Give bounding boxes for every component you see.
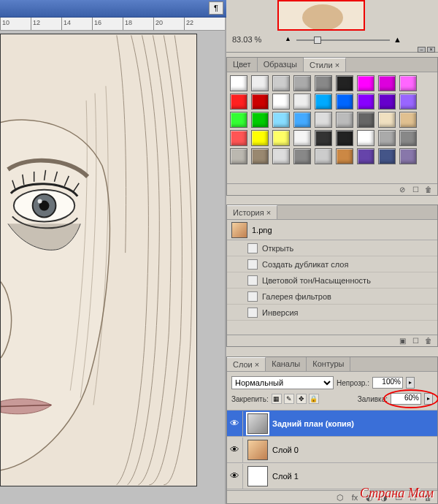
style-swatch[interactable] (230, 148, 247, 164)
opacity-input[interactable]: 100% (372, 377, 403, 389)
style-swatch[interactable] (315, 112, 332, 128)
style-swatch[interactable] (272, 93, 290, 110)
zoom-in-icon[interactable]: ▲ (393, 35, 402, 44)
layer-name[interactable]: Слой 0 (272, 446, 299, 454)
style-swatch[interactable] (399, 93, 417, 110)
style-swatch[interactable] (251, 148, 269, 164)
style-swatch[interactable] (251, 130, 269, 146)
tab-swatches[interactable]: Образцы (258, 58, 304, 72)
new-style-icon[interactable]: ☐ (411, 186, 420, 194)
history-item[interactable]: Цветовой тон/Насыщенность (227, 272, 437, 289)
style-swatch[interactable] (251, 112, 269, 128)
style-swatch[interactable] (336, 112, 353, 128)
tab-paths[interactable]: Контуры (307, 357, 350, 371)
history-item[interactable]: Инверсия (227, 305, 437, 321)
layer-fx-icon[interactable]: fx (350, 492, 360, 503)
zoom-slider[interactable]: ▲ ▲ (285, 35, 402, 45)
tab-channels[interactable]: Каналы (266, 357, 307, 371)
style-swatch[interactable] (399, 148, 417, 164)
tab-history[interactable]: История × (227, 205, 277, 219)
style-swatch[interactable] (293, 130, 311, 146)
layer-thumbnail[interactable] (247, 440, 268, 460)
layer-row[interactable]: 👁Слой 0 (227, 437, 437, 463)
style-swatch[interactable] (315, 93, 332, 110)
style-swatch[interactable] (315, 148, 332, 164)
panel-close-button[interactable]: × (427, 47, 435, 53)
opacity-label: Непрозр.: (337, 379, 369, 387)
style-swatch[interactable] (399, 75, 417, 91)
style-swatch[interactable] (378, 112, 396, 128)
delete-style-icon[interactable]: 🗑 (424, 186, 433, 194)
style-swatch[interactable] (357, 130, 374, 146)
style-swatch[interactable] (336, 75, 353, 91)
style-swatch[interactable] (293, 75, 311, 91)
style-swatch[interactable] (230, 93, 247, 110)
style-swatch[interactable] (293, 148, 311, 164)
history-snapshot-row[interactable]: 1.png (227, 220, 437, 240)
layer-thumbnail[interactable] (247, 466, 268, 486)
style-swatch[interactable] (336, 130, 353, 146)
style-swatch[interactable] (293, 93, 311, 110)
visibility-toggle[interactable]: 👁 (227, 438, 243, 462)
style-swatch[interactable] (357, 75, 374, 91)
style-swatch[interactable] (293, 112, 311, 128)
style-swatch[interactable] (357, 93, 374, 110)
visibility-toggle[interactable]: 👁 (227, 411, 243, 436)
paragraph-toggle-button[interactable]: ¶ (209, 1, 223, 15)
style-swatch[interactable] (378, 93, 396, 110)
style-swatch[interactable] (315, 130, 332, 146)
panel-minimize-button[interactable]: – (418, 47, 426, 53)
fill-arrow[interactable]: ▸ (424, 393, 433, 405)
lock-position-icon[interactable]: ✥ (296, 394, 307, 404)
create-document-icon[interactable]: ▣ (398, 337, 407, 345)
style-swatch[interactable] (272, 112, 290, 128)
style-swatch[interactable] (399, 130, 417, 146)
lock-transparency-icon[interactable]: ▦ (272, 394, 282, 404)
zoom-out-icon[interactable]: ▲ (285, 35, 291, 42)
style-swatch[interactable] (251, 75, 269, 91)
style-swatch[interactable] (230, 75, 247, 91)
style-swatch[interactable] (336, 148, 353, 164)
document-canvas[interactable] (0, 34, 197, 486)
layer-row[interactable]: 👁Задний план (копия) (227, 411, 437, 437)
style-swatch[interactable] (378, 130, 396, 146)
history-item[interactable]: Открыть (227, 240, 437, 256)
style-swatch[interactable] (378, 148, 396, 164)
style-swatch[interactable] (357, 112, 374, 128)
style-swatch[interactable] (272, 75, 290, 91)
style-swatch[interactable] (315, 75, 332, 91)
style-swatch[interactable] (272, 148, 290, 164)
fill-input[interactable]: 60% (391, 393, 421, 405)
lock-all-icon[interactable]: 🔒 (309, 394, 319, 404)
opacity-arrow[interactable]: ▸ (406, 377, 415, 389)
style-swatch[interactable] (399, 112, 417, 128)
layer-name[interactable]: Задний план (копия) (272, 419, 354, 428)
snapshot-filename: 1.png (252, 226, 272, 234)
lock-pixels-icon[interactable]: ✎ (284, 394, 294, 404)
history-item[interactable]: Создать дубликат слоя (227, 256, 437, 272)
style-swatch[interactable] (336, 93, 353, 110)
tab-color[interactable]: Цвет (227, 58, 258, 72)
link-layers-icon[interactable]: ⬡ (335, 492, 345, 503)
tab-history-label: История (233, 208, 264, 217)
navigator-thumbnail[interactable] (277, 0, 365, 31)
tab-styles[interactable]: Стили × (304, 58, 346, 72)
options-bar: ¶ (0, 0, 226, 18)
blend-mode-select[interactable]: Нормальный (231, 376, 334, 389)
zoom-level[interactable]: 83.03 % (232, 35, 261, 44)
new-snapshot-icon[interactable]: ☐ (411, 337, 420, 345)
slider-thumb[interactable] (314, 37, 321, 44)
style-swatch[interactable] (230, 130, 247, 146)
style-swatch[interactable] (272, 130, 290, 146)
layer-name[interactable]: Слой 1 (272, 472, 299, 481)
visibility-toggle[interactable]: 👁 (227, 464, 243, 489)
style-swatch[interactable] (378, 75, 396, 91)
history-item[interactable]: Галерея фильтров (227, 289, 437, 305)
tab-layers[interactable]: Слои × (227, 357, 266, 371)
layer-thumbnail[interactable] (247, 413, 268, 434)
style-swatch[interactable] (251, 93, 269, 110)
delete-state-icon[interactable]: 🗑 (424, 337, 433, 345)
no-style-icon[interactable]: ⊘ (398, 186, 407, 194)
style-swatch[interactable] (357, 148, 374, 164)
style-swatch[interactable] (230, 112, 247, 128)
